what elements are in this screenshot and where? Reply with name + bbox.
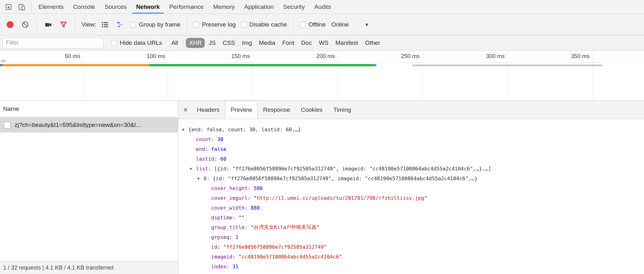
- preview-row-dsptime[interactable]: dsptime: "": [178, 213, 644, 223]
- expand-arrow-icon[interactable]: ▼: [189, 167, 196, 171]
- disable-cache-label: Disable cache: [249, 21, 287, 28]
- quote: ": [316, 224, 319, 230]
- detail-tab-preview[interactable]: Preview: [225, 101, 258, 119]
- checkbox-box[interactable]: [111, 40, 117, 46]
- timeline-tick-label: 250 ms: [401, 53, 420, 60]
- detail-tab-response[interactable]: Response: [258, 101, 295, 119]
- preview-row-grpseq[interactable]: grpseq: 1: [178, 232, 644, 242]
- tab-application[interactable]: Application: [240, 0, 278, 14]
- quote: ": [239, 215, 242, 221]
- preview-row-clipped: [178, 271, 644, 274]
- preview-row-root[interactable]: ▼{end: false, count: 30, lastid: 60,…}: [178, 125, 644, 134]
- list-view-icon: [100, 20, 109, 29]
- preserve-log-checkbox[interactable]: Preserve log: [193, 21, 236, 28]
- expand-arrow-icon[interactable]: ▼: [181, 128, 188, 132]
- close-details-button[interactable]: ×: [179, 101, 191, 119]
- timeline-tick-label: 150 ms: [231, 53, 250, 60]
- json-colon: :: [245, 224, 251, 230]
- disable-cache-checkbox[interactable]: Disable cache: [241, 21, 287, 28]
- toolbar-separator: [75, 20, 75, 29]
- expand-arrow-icon[interactable]: ▼: [197, 176, 204, 181]
- inspect-element-icon[interactable]: [2, 0, 15, 14]
- quote: ": [254, 195, 257, 201]
- json-key: id: [211, 244, 217, 250]
- tab-audits[interactable]: Audits: [310, 0, 336, 14]
- filter-button[interactable]: [58, 20, 69, 30]
- json-colon: :: [248, 185, 254, 191]
- filter-pill-img[interactable]: Img: [239, 38, 255, 48]
- timeline-gridline: [168, 51, 168, 100]
- filter-pill-media[interactable]: Media: [256, 38, 278, 48]
- network-toolbar: View: Group by frame Preserve log: [0, 14, 644, 35]
- request-row[interactable]: zj?ch=beauty&t1=595&listtype=new&sn=30&l…: [0, 117, 178, 133]
- hide-data-urls-checkbox[interactable]: Hide data URLs: [111, 39, 162, 46]
- chevron-down-icon[interactable]: ▼: [365, 22, 369, 27]
- network-overview[interactable]: 50 ms100 ms150 ms200 ms250 ms300 ms350 m…: [0, 51, 644, 100]
- offline-checkbox[interactable]: Offline: [300, 21, 326, 28]
- request-checkbox[interactable]: [4, 122, 10, 128]
- filter-pill-font[interactable]: Font: [279, 38, 297, 48]
- json-colon: :: [245, 205, 251, 211]
- preview-row-count[interactable]: count: 30: [178, 134, 644, 144]
- filter-pill-xhr[interactable]: XHR: [186, 38, 205, 48]
- tab-security[interactable]: Security: [278, 0, 310, 14]
- detail-tab-timing[interactable]: Timing: [328, 101, 356, 119]
- capture-screenshots-button[interactable]: [43, 20, 53, 30]
- preview-row-imageid[interactable]: imageid: "cc48190e57100864abc4d55a2c4104…: [178, 252, 644, 262]
- detail-tab-cookies[interactable]: Cookies: [295, 101, 328, 119]
- preview-row-index[interactable]: index: 31: [178, 262, 644, 271]
- filter-pill-other[interactable]: Other: [362, 38, 383, 48]
- tab-network[interactable]: Network: [131, 0, 165, 14]
- preview-row-cover_height[interactable]: cover_height: 586: [178, 183, 644, 193]
- filter-input[interactable]: [3, 38, 104, 48]
- preview-row-0[interactable]: ▼0: {id: "ff276e8056f58896e7cf92505a3127…: [178, 174, 644, 183]
- filter-pill-manifest[interactable]: Manifest: [332, 38, 361, 48]
- preview-row-cover_imgurl[interactable]: cover_imgurl: "http://i1.umei.cc/uploads…: [178, 193, 644, 203]
- preview-row-cover_width[interactable]: cover_width: 880: [178, 203, 644, 213]
- json-key: 0: [204, 176, 207, 182]
- timeline-gridline: [337, 51, 338, 100]
- group-by-frame-label: Group by frame: [139, 21, 180, 28]
- preview-row-lastid[interactable]: lastid: 60: [178, 154, 644, 164]
- tab-memory[interactable]: Memory: [208, 0, 240, 14]
- quote: ": [223, 244, 227, 250]
- json-string-value: http://i1.umei.cc/uploads/tu/201701/798/…: [257, 195, 424, 201]
- record-button[interactable]: [5, 20, 15, 30]
- filter-pill-css[interactable]: CSS: [220, 38, 238, 48]
- json-object-preview: [{id: "ff276e8056f58896e7cf92505a312749"…: [214, 166, 491, 172]
- timeline-tick-label: 100 ms: [147, 53, 165, 60]
- tab-console[interactable]: Console: [68, 0, 100, 14]
- tab-performance[interactable]: Performance: [165, 0, 209, 14]
- use-large-rows-button[interactable]: [100, 20, 110, 30]
- quote: ": [251, 224, 254, 230]
- show-overview-button[interactable]: [115, 20, 125, 30]
- group-by-frame-checkbox[interactable]: Group by frame: [130, 21, 180, 28]
- json-string-value: cc48190e57100864abc4d55a2c4104c6: [241, 254, 339, 260]
- filter-pill-all[interactable]: All: [168, 38, 181, 48]
- waterfall-icon: [116, 20, 125, 29]
- overview-request-bar-segment: [0, 64, 3, 66]
- checkbox-box[interactable]: [300, 22, 306, 27]
- name-column-header[interactable]: Name: [0, 101, 178, 117]
- detail-tab-headers[interactable]: Headers: [191, 101, 225, 119]
- filter-pill-ws[interactable]: WS: [316, 38, 332, 48]
- checkbox-box[interactable]: [130, 22, 136, 27]
- filter-pill-doc[interactable]: Doc: [298, 38, 315, 48]
- tab-sources[interactable]: Sources: [100, 0, 131, 14]
- preview-row-group_title[interactable]: group_title: "台湾美女Kila户外唯美写真": [178, 223, 644, 232]
- preview-row-end[interactable]: end: false: [178, 144, 644, 154]
- preview-row-id[interactable]: id: "ff276e8056f58896e7cf92505a312749": [178, 242, 644, 252]
- tab-elements[interactable]: Elements: [34, 0, 68, 14]
- checkbox-box[interactable]: [193, 22, 199, 27]
- json-colon: :: [232, 254, 238, 260]
- overview-request-bar-segment: [3, 64, 149, 66]
- throttling-select[interactable]: Online: [331, 21, 349, 28]
- camera-icon: [44, 20, 53, 29]
- checkbox-box[interactable]: [241, 22, 246, 27]
- json-key: cover_height: [211, 185, 248, 191]
- clear-button[interactable]: [20, 20, 30, 30]
- filter-pill-js[interactable]: JS: [205, 38, 219, 48]
- device-toolbar-icon[interactable]: [15, 0, 28, 14]
- preview-row-list[interactable]: ▼list: [{id: "ff276e8056f58896e7cf92505a…: [178, 164, 644, 174]
- view-label: View:: [82, 21, 96, 28]
